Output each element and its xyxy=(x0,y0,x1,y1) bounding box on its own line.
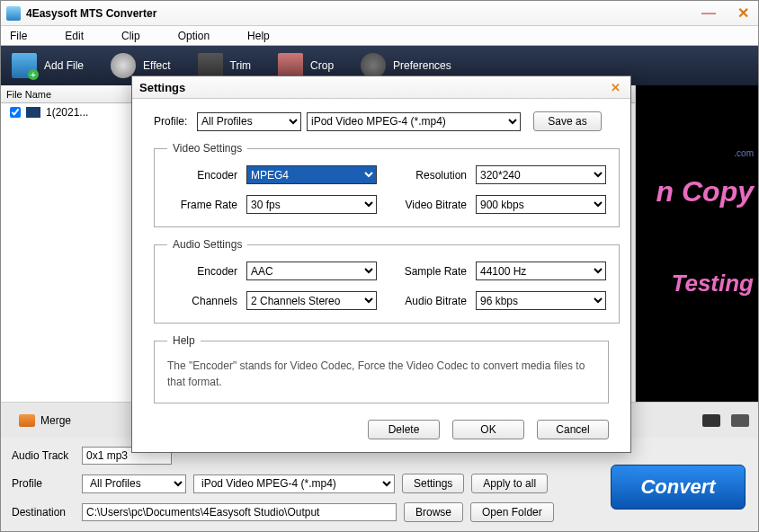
app-icon xyxy=(6,6,21,21)
toolbar-add-file[interactable]: Add File xyxy=(12,53,84,78)
file-checkbox[interactable] xyxy=(10,107,21,118)
file-thumb-icon xyxy=(26,107,40,118)
ok-button[interactable]: OK xyxy=(452,420,524,439)
menu-file[interactable]: File xyxy=(6,28,31,44)
destination-label: Destination xyxy=(12,506,75,519)
samplerate-label: Sample Rate xyxy=(386,265,467,278)
audio-legend: Audio Settings xyxy=(167,238,247,251)
video-legend: Video Settings xyxy=(167,142,247,155)
preferences-icon xyxy=(361,53,386,78)
delete-button[interactable]: Delete xyxy=(368,420,440,439)
dialog-close-button[interactable]: ✕ xyxy=(607,79,623,95)
help-group: Help The "Encoder" stands for Video Code… xyxy=(154,334,609,403)
encoder-label: Encoder xyxy=(167,169,237,182)
audio-settings-group: Audio Settings Encoder AAC Sample Rate 4… xyxy=(154,238,620,324)
dialog-titlebar: Settings ✕ xyxy=(132,76,630,99)
dlg-profile-select-1[interactable]: All Profiles xyxy=(197,112,301,131)
browse-button[interactable]: Browse xyxy=(404,502,463,522)
merge-icon xyxy=(19,414,35,427)
video-preview: .com n Copy Testing xyxy=(636,85,758,402)
vbitrate-select[interactable]: 900 kbps xyxy=(476,195,606,214)
aencoder-label: Encoder xyxy=(167,265,237,278)
crop-icon xyxy=(278,53,303,78)
audio-encoder-select[interactable]: AAC xyxy=(246,262,377,280)
menu-clip[interactable]: Clip xyxy=(118,28,144,44)
preview-overlay: Testing xyxy=(672,270,754,297)
resolution-select[interactable]: 320*240 xyxy=(476,165,606,184)
help-text: The "Encoder" stands for Video Codec, Fo… xyxy=(167,358,595,390)
window-minimize-button[interactable]: — xyxy=(699,5,719,22)
menubar: File Edit Clip Option Help xyxy=(1,26,758,46)
channels-select[interactable]: 2 Channels Stereo xyxy=(246,291,377,310)
dlg-profile-label: Profile: xyxy=(154,115,192,128)
save-as-button[interactable]: Save as xyxy=(533,111,602,131)
window-close-button[interactable]: ✕ xyxy=(733,5,753,22)
destination-field[interactable] xyxy=(82,503,397,521)
titlebar: 4Easysoft MTS Converter — ✕ xyxy=(1,1,758,26)
video-settings-group: Video Settings Encoder MPEG4 Resolution … xyxy=(154,142,620,227)
preview-overlay: .com xyxy=(734,148,754,158)
toolbar-effect[interactable]: Effect xyxy=(111,53,170,78)
menu-edit[interactable]: Edit xyxy=(61,28,87,44)
profile-select-2[interactable]: iPod Video MPEG-4 (*.mp4) xyxy=(193,474,395,493)
add-file-icon xyxy=(12,53,37,78)
preview-overlay: n Copy xyxy=(656,175,754,208)
framerate-select[interactable]: 30 fps xyxy=(246,195,377,214)
framerate-label: Frame Rate xyxy=(167,199,237,211)
abitrate-select[interactable]: 96 kbps xyxy=(476,291,606,310)
resolution-label: Resolution xyxy=(386,169,467,182)
menu-help[interactable]: Help xyxy=(244,28,273,44)
window-title: 4Easysoft MTS Converter xyxy=(26,7,156,20)
trim-icon xyxy=(198,53,223,78)
toolbar-crop[interactable]: Crop xyxy=(278,53,334,78)
help-legend: Help xyxy=(167,334,201,347)
snapshot-icon[interactable] xyxy=(731,414,749,427)
cancel-button[interactable]: Cancel xyxy=(537,420,609,439)
settings-button[interactable]: Settings xyxy=(402,474,464,493)
profile-label: Profile xyxy=(12,477,75,490)
view-icon[interactable] xyxy=(702,414,720,427)
toolbar-trim[interactable]: Trim xyxy=(198,53,252,78)
merge-button[interactable]: Merge xyxy=(10,411,80,430)
dlg-profile-select-2[interactable]: iPod Video MPEG-4 (*.mp4) xyxy=(307,112,521,131)
samplerate-select[interactable]: 44100 Hz xyxy=(476,262,606,280)
convert-button[interactable]: Convert xyxy=(611,465,746,510)
dialog-title: Settings xyxy=(139,81,185,94)
channels-label: Channels xyxy=(167,295,237,307)
apply-all-button[interactable]: Apply to all xyxy=(471,474,548,493)
effect-icon xyxy=(111,53,136,78)
menu-option[interactable]: Option xyxy=(174,28,213,44)
abitrate-label: Audio Bitrate xyxy=(386,295,467,307)
profile-select-1[interactable]: All Profiles xyxy=(82,474,186,493)
toolbar-preferences[interactable]: Preferences xyxy=(361,53,451,78)
vbitrate-label: Video Bitrate xyxy=(386,199,467,211)
file-name: 1(2021... xyxy=(46,106,88,119)
open-folder-button[interactable]: Open Folder xyxy=(470,502,554,522)
audio-track-label: Audio Track xyxy=(12,449,75,462)
settings-dialog: Settings ✕ Profile: All Profiles iPod Vi… xyxy=(131,75,631,453)
video-encoder-select[interactable]: MPEG4 xyxy=(246,165,377,184)
